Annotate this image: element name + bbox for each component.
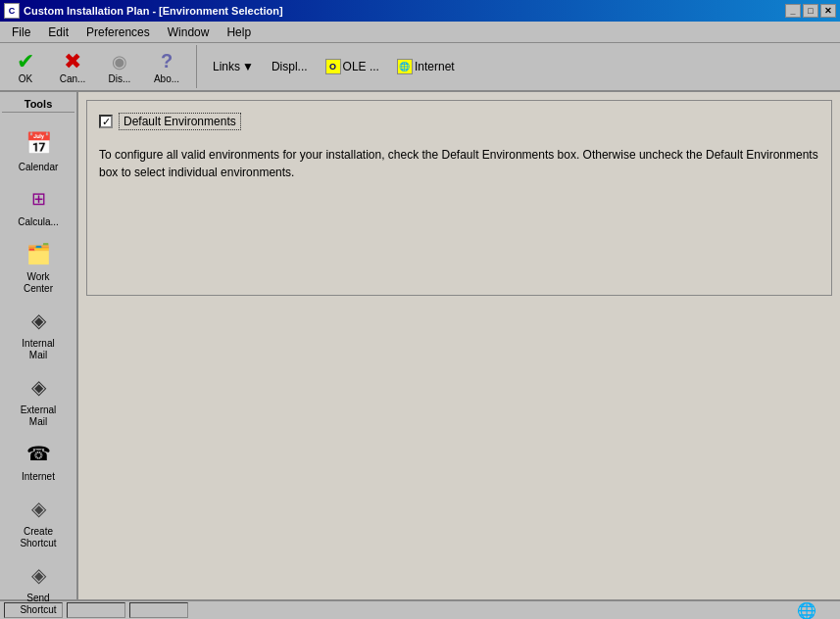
menu-file[interactable]: File [4,24,38,41]
window-title: Custom Installation Plan - [Environment … [24,5,283,17]
window-controls[interactable]: _ □ ✕ [785,4,836,18]
sendshortcut-icon: ◈ [23,559,54,591]
about-label: Abo... [154,73,179,84]
sidebar-item-calendar[interactable]: 📅 Calendar [5,124,72,177]
links-button[interactable]: Links ▼ [207,58,260,75]
externalmail-label: ExternalMail [21,405,57,428]
sidebar-item-createshortcut[interactable]: ◈ CreateShortcut [5,489,72,553]
menu-preferences[interactable]: Preferences [78,24,158,41]
internet-sidebar-label: Internet [22,471,55,483]
createshortcut-icon: ◈ [23,493,54,524]
sidebar-item-internet[interactable]: ☎ Internet [5,434,72,487]
default-environments-label: Default Environments [119,113,241,130]
globe-icon: 🌐 [797,601,816,620]
menu-help[interactable]: Help [219,24,259,41]
content-area: Default Environments To configure all va… [78,92,840,599]
sidebar-item-calculator[interactable]: ⊞ Calcula... [5,179,72,232]
default-environments-checkbox[interactable] [99,115,113,128]
ok-button[interactable]: ✔ OK [4,45,47,88]
cancel-button[interactable]: ✖ Can... [51,45,94,88]
links-label: Links [213,60,240,73]
main-container: Tools 📅 Calendar ⊞ Calcula... 🗂️ WorkCen… [0,92,840,599]
status-bar: 🌐 [0,599,840,619]
description-text: To configure all valid environments for … [99,146,819,181]
externalmail-icon: ◈ [23,371,54,403]
sidebar-item-externalmail[interactable]: ◈ ExternalMail [5,367,72,432]
toolbar-action-buttons: ✔ OK ✖ Can... ◉ Dis... ? Abo... [4,45,197,88]
menu-edit[interactable]: Edit [40,24,76,41]
sidebar-item-internalmail[interactable]: ◈ InternalMail [5,301,72,365]
menu-window[interactable]: Window [160,24,218,41]
toolbar: ✔ OK ✖ Can... ◉ Dis... ? Abo... Links ▼ … [0,43,840,92]
dis-icon: ◉ [108,50,131,73]
status-segment-1 [4,602,63,618]
about-button[interactable]: ? Abo... [145,45,188,88]
calculator-label: Calcula... [18,216,59,228]
display-label: Displ... [272,60,308,73]
cancel-label: Can... [60,73,86,84]
display-button[interactable]: Displ... [266,58,314,75]
sidebar-item-workcenter[interactable]: 🗂️ WorkCenter [5,234,72,299]
ok-icon: ✔ [14,50,37,73]
checkbox-row: Default Environments [99,113,819,130]
internet-icon: 🌐 [397,59,413,74]
ole-label: OLE ... [343,60,379,73]
content-panel: Default Environments To configure all va… [86,100,832,296]
maximize-btn[interactable]: □ [803,4,818,18]
status-segment-2 [67,602,125,618]
calendar-icon: 📅 [23,128,54,160]
internalmail-label: InternalMail [22,338,54,361]
ole-icon: O [325,59,341,74]
internet-sidebar-icon: ☎ [23,438,54,469]
calendar-label: Calendar [19,162,59,173]
sidebar-title: Tools [2,96,74,113]
calculator-icon: ⊞ [23,183,54,214]
title-bar: C Custom Installation Plan - [Environmen… [0,0,840,22]
sidebar: Tools 📅 Calendar ⊞ Calcula... 🗂️ WorkCen… [0,92,78,599]
createshortcut-label: CreateShortcut [20,526,56,549]
app-icon: C [4,3,20,19]
about-icon: ? [155,50,178,73]
workcenter-icon: 🗂️ [23,238,54,269]
close-btn[interactable]: ✕ [820,4,836,18]
menu-bar: File Edit Preferences Window Help [0,22,840,43]
internalmail-icon: ◈ [23,305,54,336]
cancel-icon: ✖ [61,50,84,73]
ok-label: OK [19,73,32,84]
dis-label: Dis... [109,73,131,84]
status-segment-3 [129,602,188,618]
internet-toolbar-button[interactable]: 🌐 Internet [391,57,461,76]
links-arrow-icon: ▼ [242,60,254,73]
internet-label: Internet [415,60,455,73]
dis-button[interactable]: ◉ Dis... [98,45,141,88]
minimize-btn[interactable]: _ [785,4,801,18]
workcenter-label: WorkCenter [24,271,53,295]
ole-button[interactable]: O OLE ... [320,57,385,76]
toolbar-links: Links ▼ Displ... O OLE ... 🌐 Internet [199,57,461,76]
